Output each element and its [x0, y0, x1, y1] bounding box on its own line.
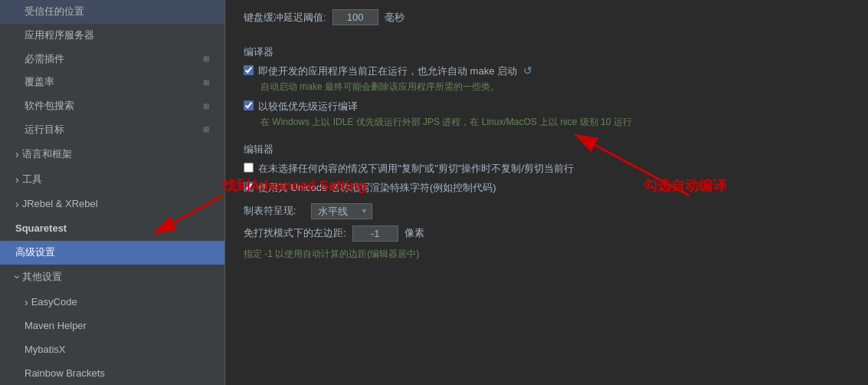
editor-check1-checkbox[interactable]: [244, 163, 254, 173]
sidebar-item-label: 工具: [22, 172, 42, 188]
compiler-check2-label[interactable]: 以较低优先级运行编译: [258, 99, 358, 114]
chevron-right-icon: [25, 294, 28, 311]
sidebar-item-jrebel[interactable]: JRebel & XRebel: [0, 192, 224, 217]
tab-select[interactable]: 水平线 箭头 无: [311, 203, 372, 219]
sidebar-item-required-plugins[interactable]: 必需插件 ⊞: [0, 48, 224, 71]
sidebar-item-advanced-settings[interactable]: 高级设置: [0, 241, 224, 265]
sidebar-item-label: 高级设置: [15, 245, 55, 261]
editor-check2-checkbox[interactable]: [244, 182, 254, 192]
distraction-input[interactable]: [352, 225, 398, 242]
sidebar-item-label: 语言和框架: [22, 146, 72, 163]
sidebar-item-trusted-locations[interactable]: 受信任的位置: [0, 0, 224, 24]
keyboard-input[interactable]: [332, 9, 378, 25]
chevron-right-icon: [15, 196, 19, 213]
sidebar-item-app-server[interactable]: 应用程序服务器: [0, 24, 224, 48]
sidebar-item-label: 必需插件: [25, 51, 64, 67]
sidebar-item-coverage[interactable]: 覆盖率 ⊞: [0, 71, 224, 94]
editor-check1-label[interactable]: 在未选择任何内容的情况下调用"复制"或"剪切"操作时不复制/剪切当前行: [258, 161, 574, 176]
tab-label: 制表符呈现:: [244, 204, 305, 218]
sidebar-item-label: 受信任的位置: [25, 4, 84, 20]
sidebar-item-rainbow-brackets[interactable]: Rainbow Brackets: [0, 362, 224, 385]
distraction-row: 免打扰模式下的左边距: 像素: [244, 225, 850, 242]
compiler-check2-row: 以较低优先级运行编译: [244, 99, 850, 114]
distraction-unit: 像素: [405, 226, 424, 240]
editor-check2-label[interactable]: 使用其 Unicode 名称缩写渲染特殊字符(例如控制代码): [258, 180, 496, 196]
compiler-check1-desc: 自动启动 make 最终可能会删除该应用程序所需的一些类。: [260, 81, 850, 94]
tab-select-wrapper: 水平线 箭头 无: [311, 203, 372, 219]
chevron-down-icon: [15, 268, 19, 286]
editor-header: 编辑器: [244, 135, 850, 161]
keyboard-label: 键盘缓冲延迟阈值:: [244, 11, 326, 25]
distraction-label: 免打扰模式下的左边距:: [244, 226, 346, 240]
compiler-check1-row: 即使开发的应用程序当前正在运行，也允许自动 make 启动 ↺: [244, 64, 850, 79]
run-target-icon: ⊞: [200, 123, 212, 136]
sidebar-item-label: 覆盖率: [25, 74, 54, 90]
editor-check2-row: 使用其 Unicode 名称缩写渲染特殊字符(例如控制代码): [244, 180, 850, 196]
sidebar-item-label: 应用程序服务器: [25, 28, 94, 44]
sidebar-item-label: Squaretest: [15, 221, 67, 237]
sidebar-item-label: EasyCode: [31, 295, 77, 311]
tab-row: 制表符呈现: 水平线 箭头 无: [244, 203, 850, 219]
keyboard-unit: 毫秒: [385, 11, 405, 25]
sidebar-item-label: 其他设置: [22, 269, 62, 285]
sidebar-item-label: MybatisX: [25, 342, 65, 358]
sidebar-item-easycode[interactable]: EasyCode: [0, 290, 224, 315]
compiler-check1-label[interactable]: 即使开发的应用程序当前正在运行，也允许自动 make 启动 ↺: [258, 64, 536, 79]
chevron-right-icon: [15, 171, 19, 189]
sidebar-item-label: JRebel & XRebel: [22, 196, 98, 212]
content-body: 编译器 即使开发的应用程序当前正在运行，也允许自动 make 启动 ↺ 自动启动…: [225, 31, 868, 273]
sidebar-item-maven-helper[interactable]: Maven Helper: [0, 314, 224, 338]
sidebar-item-package-search[interactable]: 软件包搜索 ⊞: [0, 94, 224, 118]
compiler-check1-checkbox[interactable]: [244, 65, 254, 75]
required-plugins-icon: ⊞: [200, 53, 212, 65]
sidebar-item-label: 运行目标: [25, 122, 64, 138]
sidebar: 受信任的位置 应用程序服务器 必需插件 ⊞ 覆盖率 ⊞ 软件包搜索 ⊞ 运行目标…: [0, 0, 225, 385]
package-search-icon: ⊞: [200, 100, 212, 113]
sidebar-item-label: Maven Helper: [25, 318, 87, 334]
main-content: 键盘缓冲延迟阈值: 毫秒 编译器 即使开发的应用程序当前正在运行，也允许自动 m…: [225, 0, 868, 385]
sidebar-item-lang-framework[interactable]: 语言和框架: [0, 142, 224, 167]
keyboard-row: 键盘缓冲延迟阈值: 毫秒: [225, 0, 868, 31]
sidebar-item-other-settings[interactable]: 其他设置: [0, 265, 224, 290]
compiler-check2-checkbox[interactable]: [244, 100, 254, 110]
sidebar-item-squaretest[interactable]: Squaretest: [0, 217, 224, 241]
distraction-hint: 指定 -1 以使用自动计算的边距(编辑器居中): [244, 248, 850, 261]
sidebar-item-tools[interactable]: 工具: [0, 167, 224, 192]
editor-check1-row: 在未选择任何内容的情况下调用"复制"或"剪切"操作时不复制/剪切当前行: [244, 161, 850, 176]
sidebar-item-mybatisx[interactable]: MybatisX: [0, 338, 224, 362]
chevron-right-icon: [15, 146, 19, 163]
sidebar-item-label: 软件包搜索: [25, 98, 74, 114]
compiler-header: 编译器: [244, 38, 850, 64]
reset-button[interactable]: ↺: [520, 64, 536, 77]
compiler-check2-desc: 在 Windows 上以 IDLE 优先级运行外部 JPS 进程，在 Linux…: [260, 116, 850, 129]
coverage-icon: ⊞: [200, 77, 212, 89]
sidebar-item-run-target[interactable]: 运行目标 ⊞: [0, 118, 224, 142]
sidebar-item-label: Rainbow Brackets: [25, 366, 105, 382]
